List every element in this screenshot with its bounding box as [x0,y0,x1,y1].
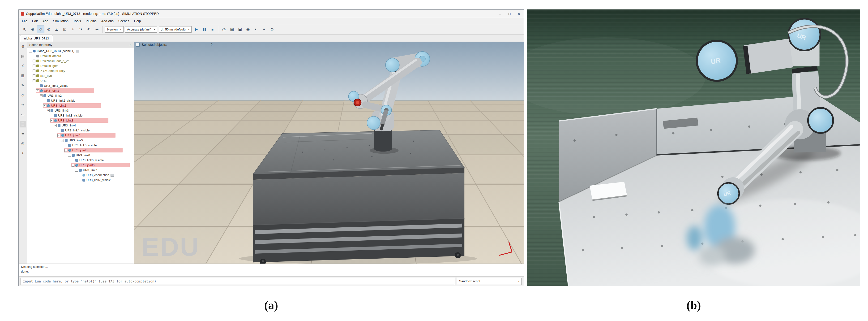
menu-scenes[interactable]: Scenes [116,19,132,23]
collapse-icon[interactable]: − [54,124,57,127]
tree-item-ur3-link3[interactable]: −UR3_link3 [27,108,134,113]
start-simulation-icon[interactable]: ▶ [192,26,200,33]
tree-item-ur3-link5-visible[interactable]: UR3_link5_visible [27,143,134,148]
tree-item-ur3-link6-visible[interactable]: UR3_link6_visible [27,158,134,163]
camera-zoom-icon[interactable]: ⊙ [45,26,53,33]
collapse-icon[interactable]: − [40,94,42,97]
model-browser-icon[interactable]: ☰ [20,121,26,127]
undo-icon[interactable]: ↶ [85,26,93,33]
user-settings-icon[interactable]: ✦ [20,150,26,156]
window-titlebar[interactable]: CoppeliaSim Edu - uloha_UR3_0713 - rende… [19,10,524,18]
tree-item-ur3-link3-visible[interactable]: UR3_link3_visible [27,113,134,118]
tree-item-ur3-link2-visible[interactable]: UR3_link2_visible [27,98,134,103]
tree-item-ur3-connection[interactable]: UR3_connection [27,173,134,177]
video-recorder-icon[interactable]: ◉ [244,26,252,33]
page-indicator-icon[interactable] [136,43,140,47]
path-edition-icon[interactable]: ↝ [20,101,26,108]
collapse-icon[interactable]: − [57,134,60,137]
scene-settings-icon[interactable]: ⚙ [268,26,276,33]
engine-dropdown[interactable]: Newton▾ [105,26,124,33]
tree-item-ur3-joint5[interactable]: −UR3_joint5 [27,148,134,153]
close-button[interactable]: × [514,10,524,18]
tree-item-ur3-joint1[interactable]: −UR3_joint1 [27,88,134,93]
dt-dropdown[interactable]: dt=50 ms (default)▾ [159,26,191,33]
lua-input[interactable] [21,278,455,285]
tree-item-stul-dyn[interactable]: +stul_dyn [27,73,134,78]
tree-item-uloha-ur3-0713-scene-1[interactable]: −uloha_UR3_0713 (scene 1) [27,49,134,53]
object-shift-icon[interactable]: + [69,26,76,33]
page-layout-icon[interactable]: ▦ [228,26,236,33]
menu-add[interactable]: Add [40,19,51,23]
fit-to-view-icon[interactable]: ⊡ [61,26,68,33]
pop-out-view-icon[interactable]: ▣ [236,26,244,33]
collapse-icon[interactable]: − [71,164,74,167]
tab-scene[interactable]: uloha_UR3_0713 [20,35,53,41]
viewport-3d[interactable]: EDU Selected objects: 0 [134,42,524,264]
real-time-toggle-icon[interactable]: ◷ [220,26,228,33]
menu-file[interactable]: File [20,19,30,23]
simulation-settings-icon[interactable]: ⚙ [20,43,26,50]
tree-item-resizablefloor-5-25[interactable]: +ResizableFloor_5_25 [27,58,134,63]
collapse-icon[interactable]: − [50,119,53,122]
camera-angle-icon[interactable]: ∠ [53,26,60,33]
calculation-modules-icon[interactable]: ∡ [20,63,26,69]
collapse-icon[interactable]: − [68,154,71,157]
expand-icon[interactable]: + [33,75,35,77]
maximize-button[interactable]: □ [505,10,514,18]
object-rotate-icon[interactable]: ↷ [77,26,85,33]
camera-shift-icon[interactable]: ⊕ [29,26,36,33]
menu-plugins[interactable]: Plugins [83,19,99,23]
accuracy-dropdown[interactable]: Accurate (default)▾ [125,26,157,33]
close-icon[interactable]: × [129,43,131,47]
tree-item-ur3-link4[interactable]: −UR3_link4 [27,123,134,128]
tree-item-ur3-link6[interactable]: −UR3_link6 [27,153,134,158]
object-properties-icon[interactable]: ▤ [20,53,26,60]
collapse-icon[interactable]: − [29,50,32,53]
tree-item-ur3-link7[interactable]: −UR3_link7 [27,168,134,173]
collapse-icon[interactable]: − [64,149,67,152]
collapse-icon[interactable]: − [75,169,78,172]
scripts-icon[interactable]: ✎ [20,82,26,89]
menu-edit[interactable]: Edit [30,19,40,23]
tree-item-defaultcamera[interactable]: DefaultCamera [27,53,134,58]
stop-simulation-icon[interactable]: ■ [209,26,216,33]
tree-item-ur3[interactable]: −UR3 [27,78,134,83]
pause-simulation-icon[interactable]: ▮▮ [200,26,208,33]
expand-icon[interactable]: + [33,60,35,62]
menu-tools[interactable]: Tools [71,19,83,23]
layers-icon[interactable]: ≣ [20,130,26,137]
video-recorder-icon[interactable]: ◎ [20,140,26,147]
tree-item-ur3-link5[interactable]: −UR3_link5 [27,138,134,143]
collapse-icon[interactable]: − [36,89,39,92]
menu-add-ons[interactable]: Add-ons [99,19,116,23]
tree-item-ur3-link2[interactable]: −UR3_link2 [27,93,134,98]
select-icon[interactable]: ↖ [21,26,28,33]
minimize-button[interactable]: – [495,10,505,18]
shape-edition-icon[interactable]: ◇ [20,92,26,98]
camera-rotate-icon[interactable]: ↻ [37,26,44,33]
tree-item-xyzcameraproxy[interactable]: +XYZCameraProxy [27,68,134,73]
tree-item-row: UR3_connection [78,173,115,177]
selection-tool-icon[interactable]: ▭ [20,111,26,118]
menu-simulation[interactable]: Simulation [51,19,71,23]
tree-item-ur3-joint2[interactable]: −UR3_joint2 [27,103,134,108]
tree-item-ur3-joint6[interactable]: −UR3_joint6 [27,163,134,168]
collapse-icon[interactable]: − [33,80,35,82]
tree-item-ur3-link1-visible[interactable]: UR3_link1_visible [27,83,134,88]
tree-item-defaultlights[interactable]: +DefaultLights [27,63,134,68]
collections-icon[interactable]: ▦ [20,72,26,79]
collapse-icon[interactable]: − [61,139,64,142]
tree-item-ur3-link4-visible[interactable]: UR3_link4_visible [27,128,134,133]
expand-icon[interactable]: + [33,69,35,72]
tree-item-ur3-link7-visible[interactable]: UR3_link7_visible [27,177,134,182]
visibility-toggle-icon[interactable]: ◐ [252,26,260,33]
simulation-settings-icon[interactable]: ✦ [260,26,268,33]
tree-item-ur3-joint3[interactable]: −UR3_joint3 [27,118,134,123]
script-selector[interactable]: Sandbox script ▾ [457,278,522,285]
tree-item-ur3-joint4[interactable]: −UR3_joint4 [27,133,134,138]
collapse-icon[interactable]: − [43,104,46,107]
menu-help[interactable]: Help [131,19,143,23]
collapse-icon[interactable]: − [47,109,50,112]
expand-icon[interactable]: + [33,64,35,67]
redo-icon[interactable]: ↪ [93,26,101,33]
